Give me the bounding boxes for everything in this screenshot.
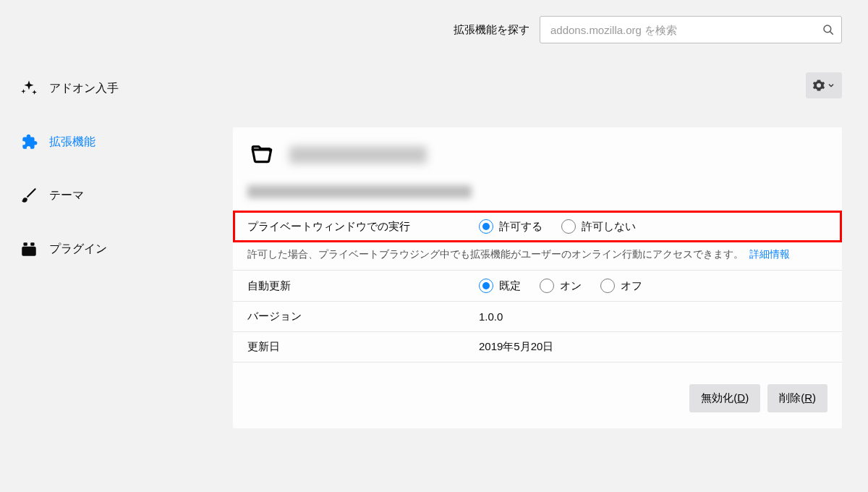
svg-line-1	[830, 32, 833, 35]
version-row: バージョン 1.0.0	[233, 301, 842, 331]
svg-rect-2	[22, 247, 36, 256]
button-label: 無効化	[701, 391, 733, 404]
gear-icon	[812, 79, 825, 92]
hint-text: 許可した場合、プライベートブラウジング中でも拡張機能がユーザーのオンライン行動に…	[247, 248, 744, 260]
chevron-down-icon	[827, 81, 835, 90]
version-label: バージョン	[247, 310, 479, 323]
learn-more-link[interactable]: 詳細情報	[749, 248, 790, 260]
private-browsing-row: プライベートウィンドウでの実行 許可する 許可しない	[233, 211, 842, 242]
button-accelerator: R	[804, 391, 812, 404]
private-deny-radio[interactable]: 許可しない	[561, 219, 636, 234]
autoupdate-on-radio[interactable]: オン	[540, 279, 582, 293]
search-icon[interactable]	[821, 22, 835, 37]
radio-label: オフ	[621, 279, 642, 293]
search-box[interactable]	[540, 16, 842, 43]
puzzle-icon	[19, 132, 39, 152]
remove-button[interactable]: 削除(R)	[767, 384, 827, 412]
search-input[interactable]	[549, 23, 817, 37]
sidebar-item-extensions[interactable]: 拡張機能	[16, 126, 204, 158]
svg-point-0	[824, 25, 831, 33]
sparkle-icon	[19, 78, 39, 98]
autoupdate-off-radio[interactable]: オフ	[600, 279, 642, 293]
settings-menu-button[interactable]	[806, 72, 842, 98]
updated-row: 更新日 2019年5月20日	[233, 331, 842, 362]
updated-value: 2019年5月20日	[479, 340, 553, 354]
extension-description-redacted	[247, 185, 472, 198]
svg-rect-4	[30, 242, 34, 245]
sidebar-item-themes[interactable]: テーマ	[16, 179, 204, 211]
extension-detail-panel: プライベートウィンドウでの実行 許可する 許可しない 許可した場合、プライベート…	[233, 127, 842, 428]
radio-label: 許可しない	[582, 220, 636, 234]
sidebar-item-plugins[interactable]: プラグイン	[16, 233, 204, 265]
radio-icon	[600, 279, 615, 293]
detail-footer: 無効化(D) 削除(R)	[233, 362, 842, 412]
radio-label: 既定	[499, 279, 521, 293]
radio-icon	[479, 279, 493, 293]
radio-icon	[561, 219, 576, 234]
disable-button[interactable]: 無効化(D)	[689, 384, 760, 412]
svg-rect-3	[23, 242, 27, 245]
radio-label: 許可する	[499, 220, 542, 234]
autoupdate-radio-group: 既定 オン オフ	[479, 279, 642, 293]
private-browsing-radio-group: 許可する 許可しない	[479, 219, 636, 234]
extension-name-redacted	[289, 146, 427, 164]
autoupdate-label: 自動更新	[247, 279, 479, 293]
button-label: 削除	[779, 391, 801, 404]
folder-open-icon	[247, 142, 276, 168]
version-value: 1.0.0	[479, 310, 503, 323]
sidebar-item-label: 拡張機能	[49, 135, 95, 150]
private-allow-radio[interactable]: 許可する	[479, 219, 542, 234]
paintbrush-icon	[19, 185, 39, 205]
sidebar-item-get-addons[interactable]: アドオン入手	[16, 72, 204, 104]
autoupdate-row: 自動更新 既定 オン オフ	[233, 270, 842, 301]
radio-icon	[479, 219, 493, 234]
extension-header	[233, 142, 842, 171]
button-accelerator: D	[737, 391, 745, 404]
search-label: 拡張機能を探す	[454, 23, 529, 37]
private-browsing-label: プライベートウィンドウでの実行	[247, 220, 479, 234]
sidebar-item-label: アドオン入手	[49, 81, 119, 96]
sidebar: アドオン入手 拡張機能 テーマ プラグイン	[16, 72, 204, 287]
updated-label: 更新日	[247, 340, 479, 354]
private-browsing-hint: 許可した場合、プライベートブラウジング中でも拡張機能がユーザーのオンライン行動に…	[233, 242, 842, 270]
search-bar: 拡張機能を探す	[0, 16, 842, 43]
radio-label: オン	[560, 279, 582, 293]
sidebar-item-label: テーマ	[49, 188, 84, 203]
plugin-icon	[19, 239, 39, 259]
autoupdate-default-radio[interactable]: 既定	[479, 279, 521, 293]
radio-icon	[540, 279, 554, 293]
sidebar-item-label: プラグイン	[49, 242, 107, 257]
